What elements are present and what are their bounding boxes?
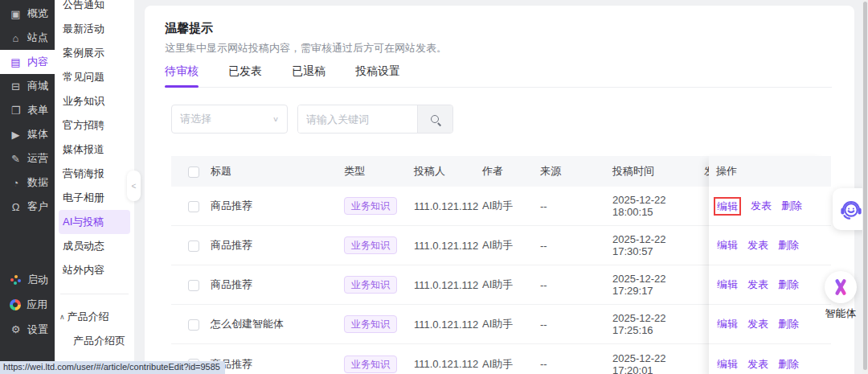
row-checkbox[interactable] — [188, 319, 199, 331]
row-title: 商品推荐 — [211, 238, 344, 253]
subnav-item-announcement[interactable]: 公告通知 — [59, 0, 130, 17]
publish-link[interactable]: 发表 — [747, 317, 768, 331]
sidebar-item-overview[interactable]: ▣ 概览 — [0, 2, 55, 26]
sidebar-item-label: 商城 — [27, 79, 48, 93]
col-type: 类型 — [344, 164, 414, 179]
headset-icon — [837, 195, 865, 223]
search-icon — [430, 114, 440, 125]
sidebar-item-label: 运营 — [27, 151, 48, 166]
media-icon: ▶ — [10, 129, 22, 140]
tab-rejected[interactable]: 已退稿 — [292, 64, 326, 87]
row-actions: 编辑 发表 删除 — [709, 305, 831, 344]
subnav-item-media-report[interactable]: 媒体报道 — [59, 138, 130, 162]
subnav-item-ai-contribute[interactable]: AI与投稿 — [59, 210, 130, 234]
sidebar-item-settings[interactable]: ⚙ 设置 — [0, 317, 55, 342]
type-select[interactable]: 请选择 ∨ — [171, 105, 288, 134]
subnav-item-faq[interactable]: 常见问题 — [59, 65, 130, 89]
row-time: 2025-12-22 17:30:57 — [612, 233, 702, 257]
row-author: AI助手 — [482, 277, 540, 292]
publish-link[interactable]: 发表 — [751, 199, 772, 213]
sidebar-collapse-handle[interactable]: < — [127, 171, 141, 201]
subnav-item-external-content[interactable]: 站外内容 — [59, 258, 130, 282]
tab-pending-review[interactable]: 待审核 — [165, 64, 199, 87]
scrollbar-thumb[interactable] — [863, 2, 867, 370]
form-icon: ❐ — [10, 105, 22, 116]
sidebar-item-form[interactable]: ❐ 表单 — [0, 98, 55, 122]
subnav-item-recruit[interactable]: 官方招聘 — [59, 113, 130, 138]
edit-link[interactable]: 编辑 — [717, 357, 738, 372]
delete-link[interactable]: 删除 — [778, 317, 799, 331]
type-tag: 业务知识 — [344, 276, 397, 294]
delete-link[interactable]: 删除 — [778, 238, 799, 253]
tab-bar: 待审核 已发表 已退稿 投稿设置 — [165, 64, 832, 88]
publish-link[interactable]: 发表 — [747, 357, 768, 372]
sidebar-item-operation[interactable]: ✎ 运营 — [0, 146, 55, 171]
row-author: AI助手 — [482, 199, 540, 213]
type-tag: 业务知识 — [344, 197, 397, 215]
row-submitter: 111.0.121.112 — [414, 200, 482, 212]
row-checkbox[interactable] — [188, 201, 199, 212]
sidebar-item-content[interactable]: ▤ 内容 — [0, 50, 55, 74]
type-tag: 业务知识 — [344, 356, 397, 373]
delete-link[interactable]: 删除 — [778, 357, 799, 372]
sidebar-item-label: 数据 — [27, 175, 48, 190]
row-time: 2025-12-22 17:20:01 — [612, 352, 702, 374]
subnav-item-marketing-poster[interactable]: 营销海报 — [59, 162, 130, 186]
select-all-checkbox[interactable] — [188, 166, 199, 178]
edit-link[interactable]: 编辑 — [717, 238, 738, 253]
delete-link[interactable]: 删除 — [778, 277, 799, 292]
subnav-item-case-show[interactable]: 案例展示 — [59, 41, 130, 65]
row-source: -- — [540, 240, 612, 252]
search-button[interactable] — [417, 105, 452, 133]
edit-link[interactable]: 编辑 — [717, 317, 738, 331]
sidebar-item-label: 应用 — [27, 298, 47, 312]
type-tag: 业务知识 — [344, 315, 397, 333]
page-subtitle: 这里集中显示网站投稿内容，需审核通过后方可在网站发表。 — [165, 41, 832, 55]
sidebar-item-label: 概览 — [27, 6, 48, 21]
row-title: 商品推荐 — [211, 199, 344, 213]
row-title: 商品推荐 — [211, 357, 344, 372]
keyword-search — [297, 105, 453, 134]
tab-contribute-settings[interactable]: 投稿设置 — [355, 64, 400, 87]
subnav-item-latest-activity[interactable]: 最新活动 — [59, 17, 130, 41]
row-time: 2025-12-22 18:00:15 — [612, 194, 702, 218]
sidebar-item-apps[interactable]: 应用 — [0, 292, 55, 317]
row-actions: 编辑 发表 删除 — [709, 226, 831, 265]
col-operation: 操作 — [709, 156, 831, 187]
row-checkbox[interactable] — [188, 280, 199, 291]
row-author: AI助手 — [482, 317, 540, 331]
row-title: 怎么创建智能体 — [211, 317, 344, 331]
subnav-group-product-intro[interactable]: ∧ 产品介绍 — [55, 305, 134, 329]
subnav-item-member-news[interactable]: 成员动态 — [59, 234, 130, 258]
col-time: 投稿时间 — [612, 164, 702, 179]
page-scrollbar[interactable] — [862, 0, 868, 374]
edit-highlight-box: 编辑 — [714, 197, 741, 216]
row-submitter: 111.0.121.112 — [414, 358, 482, 370]
tab-published[interactable]: 已发表 — [228, 64, 262, 87]
subnav-item-photo-album[interactable]: 电子相册 — [59, 186, 130, 210]
subnav-item-product-intro-page[interactable]: 产品介绍页 — [55, 329, 134, 353]
ai-agent-label: 智能体 — [818, 306, 863, 321]
delete-link[interactable]: 删除 — [781, 199, 802, 213]
sidebar-item-label: 媒体 — [27, 127, 48, 142]
row-checkbox[interactable] — [188, 240, 199, 252]
sidebar-item-data[interactable]: ◔ 数据 — [0, 171, 55, 195]
subnav-item-business-knowledge[interactable]: 业务知识 — [59, 89, 130, 113]
row-source: -- — [540, 279, 612, 291]
search-input[interactable] — [298, 105, 417, 133]
sidebar-item-shop[interactable]: ⊟ 商城 — [0, 74, 55, 98]
main-panel: 温馨提示 这里集中显示网站投稿内容，需审核通过后方可在网站发表。 待审核 已发表… — [145, 6, 854, 374]
edit-link[interactable]: 编辑 — [717, 200, 738, 212]
chevron-down-icon: ∨ — [272, 115, 279, 123]
row-time: 2025-12-22 17:29:17 — [612, 273, 702, 297]
sidebar-item-media[interactable]: ▶ 媒体 — [0, 122, 55, 146]
sidebar-item-launch[interactable]: 启动 — [0, 267, 55, 292]
col-title: 标题 — [211, 164, 344, 179]
sidebar-item-site[interactable]: ⌂ 站点 — [0, 26, 55, 50]
ai-agent-button[interactable] — [825, 271, 857, 303]
document-icon: ▤ — [10, 57, 22, 68]
edit-link[interactable]: 编辑 — [717, 277, 738, 292]
publish-link[interactable]: 发表 — [747, 238, 768, 253]
publish-link[interactable]: 发表 — [747, 277, 768, 292]
sidebar-item-customer[interactable]: Ω 客户 — [0, 195, 55, 219]
